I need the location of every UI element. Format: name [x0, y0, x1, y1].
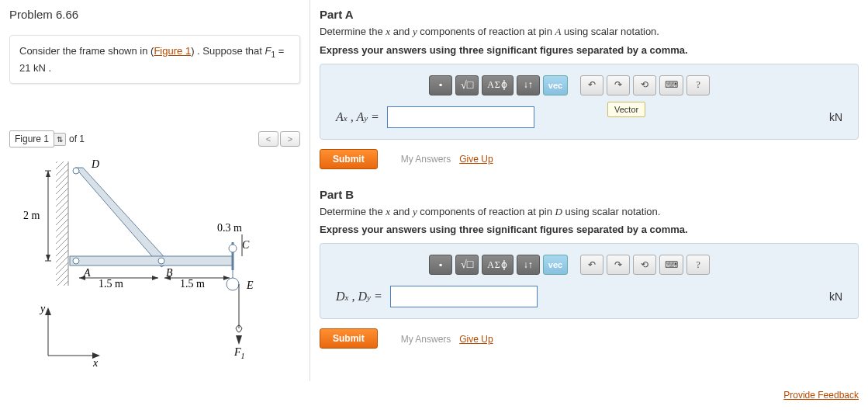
- toolbar: ▪ √□ ΑΣϕ ↓↑ vec ↶ ↷ ⟲ ⌨ ?: [429, 255, 842, 275]
- svg-marker-22: [46, 171, 50, 177]
- greek-button[interactable]: ΑΣϕ: [482, 75, 514, 95]
- svg-point-9: [227, 278, 239, 290]
- help-button[interactable]: ?: [686, 75, 710, 95]
- part-b-answer-box: ▪ √□ ΑΣϕ ↓↑ vec ↶ ↷ ⟲ ⌨ ? Dx , Dy = kN: [320, 243, 859, 319]
- submit-button[interactable]: Submit: [320, 328, 378, 349]
- submit-button[interactable]: Submit: [320, 149, 378, 169]
- part-a-submit-row: Submit My Answers Give Up: [320, 144, 859, 180]
- prompt-text: ) . Suppose that: [191, 45, 265, 57]
- svg-text:E: E: [246, 279, 254, 291]
- part-a-instruction: Express your answers using three signifi…: [320, 44, 859, 64]
- svg-point-8: [229, 245, 237, 252]
- part-b-instruction: Express your answers using three signifi…: [320, 224, 859, 243]
- figure-updown-icon[interactable]: ⇅: [54, 133, 66, 146]
- keyboard-icon[interactable]: ⌨: [659, 75, 683, 95]
- svg-marker-27: [152, 276, 158, 280]
- svg-marker-26: [79, 276, 85, 280]
- answer-row: Dx , Dy = kN: [336, 286, 842, 307]
- figure-diagram: D A B C E F1 2 m 1.5 m 1.5 m 0.3 m: [9, 154, 300, 373]
- reset-icon[interactable]: ⟲: [633, 255, 656, 275]
- svg-point-6: [73, 258, 79, 264]
- figure-tab[interactable]: Figure 1: [9, 130, 54, 148]
- answer-label: Ax , Ay =: [336, 110, 379, 124]
- vector-button[interactable]: vec: [543, 75, 568, 95]
- prompt-box: Consider the frame shown in (Figure 1) .…: [9, 35, 300, 84]
- figure-link[interactable]: Figure 1: [154, 45, 191, 57]
- undo-icon[interactable]: ↶: [580, 255, 603, 275]
- keyboard-icon[interactable]: ⌨: [659, 255, 683, 275]
- figure-nav: < >: [258, 131, 300, 147]
- give-up-link[interactable]: Give Up: [459, 154, 493, 165]
- problem-title: Problem 6.66: [0, 0, 310, 29]
- answer-row: Ax , Ay = kN: [336, 106, 842, 128]
- svg-text:2 m: 2 m: [23, 210, 40, 221]
- part-a-text: Determine the x and y components of reac…: [320, 24, 859, 44]
- part-a-input[interactable]: [387, 106, 534, 128]
- part-b-submit-row: Submit My Answers Give Up: [320, 324, 859, 359]
- my-answers-label: My Answers: [401, 154, 451, 165]
- vector-button[interactable]: vec: [543, 255, 568, 275]
- part-a-title: Part A: [320, 0, 859, 24]
- svg-marker-2: [75, 168, 169, 267]
- toolbar: ▪ √□ ΑΣϕ ↓↑ vec ↶ ↷ ⟲ ⌨ ?: [429, 75, 842, 95]
- answer-label: Dx , Dy =: [336, 290, 382, 304]
- svg-text:D: D: [91, 158, 99, 170]
- svg-text:F1: F1: [233, 346, 245, 360]
- svg-marker-12: [236, 335, 242, 345]
- svg-text:x: x: [92, 357, 99, 369]
- svg-text:y: y: [39, 303, 46, 314]
- updown-icon[interactable]: ↓↑: [517, 75, 540, 95]
- unit-label: kN: [829, 290, 842, 303]
- figure-prev-button[interactable]: <: [258, 131, 278, 147]
- part-b-input[interactable]: [390, 286, 538, 307]
- svg-rect-0: [56, 161, 68, 286]
- svg-text:1.5 m: 1.5 m: [99, 278, 123, 290]
- redo-icon[interactable]: ↷: [607, 75, 630, 95]
- root-fraction-icon[interactable]: √□: [455, 75, 479, 95]
- root-fraction-icon[interactable]: √□: [455, 255, 479, 275]
- template-icon[interactable]: ▪: [429, 255, 452, 275]
- svg-text:0.3 m: 0.3 m: [217, 222, 242, 234]
- left-column: Problem 6.66 Consider the frame shown in…: [0, 0, 310, 381]
- part-b-title: Part B: [320, 180, 859, 204]
- right-column: Part A Determine the x and y components …: [310, 0, 868, 381]
- provide-feedback-link[interactable]: Provide Feedback: [783, 390, 859, 401]
- give-up-link[interactable]: Give Up: [459, 334, 493, 345]
- template-icon[interactable]: ▪: [429, 75, 452, 95]
- undo-icon[interactable]: ↶: [580, 75, 603, 95]
- part-a-answer-box: ▪ √□ ΑΣϕ ↓↑ vec ↶ ↷ ⟲ ⌨ ? Vector Ax , Ay…: [320, 64, 859, 140]
- figure-next-button[interactable]: >: [280, 131, 300, 147]
- redo-icon[interactable]: ↷: [607, 255, 630, 275]
- svg-point-5: [73, 168, 79, 174]
- reset-icon[interactable]: ⟲: [633, 75, 656, 95]
- feedback-row: Provide Feedback: [0, 381, 868, 405]
- unit-label: kN: [829, 111, 842, 123]
- updown-icon[interactable]: ↓↑: [517, 255, 540, 275]
- prompt-text: Consider the frame shown in (: [19, 45, 154, 57]
- svg-point-7: [158, 258, 164, 264]
- svg-text:1.5 m: 1.5 m: [180, 278, 205, 290]
- svg-marker-36: [45, 307, 51, 315]
- vector-tooltip: Vector: [607, 102, 645, 117]
- svg-rect-3: [70, 256, 233, 266]
- part-b-text: Determine the x and y components of reac…: [320, 204, 859, 224]
- greek-button[interactable]: ΑΣϕ: [482, 255, 514, 275]
- help-button[interactable]: ?: [686, 255, 710, 275]
- figure-header: Figure 1 ⇅ of 1 < >: [9, 130, 300, 148]
- figure-count: of 1: [69, 134, 85, 144]
- svg-marker-23: [46, 255, 50, 261]
- svg-text:C: C: [242, 239, 250, 251]
- my-answers-label: My Answers: [401, 334, 451, 345]
